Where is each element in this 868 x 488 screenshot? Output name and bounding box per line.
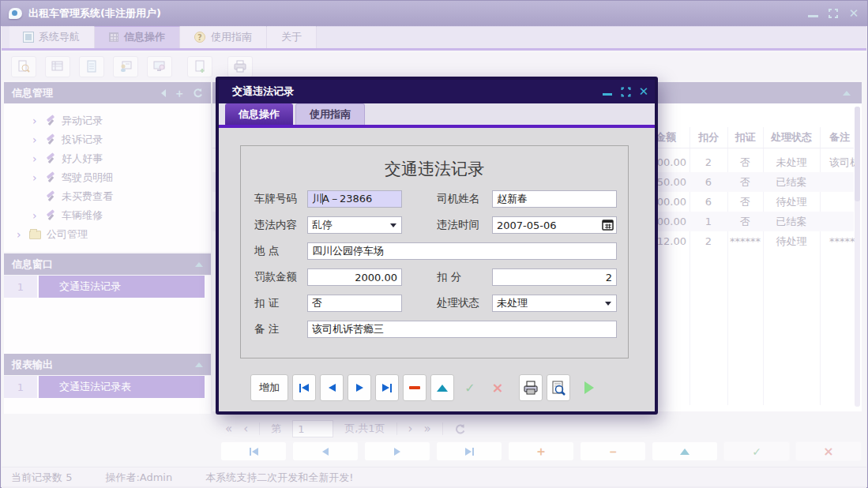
main-toolbar bbox=[2, 53, 866, 80]
license-field[interactable] bbox=[307, 295, 402, 312]
violation-select[interactable]: 乱停 bbox=[307, 216, 402, 234]
points-field[interactable] bbox=[492, 268, 617, 286]
panel-header-reports[interactable]: 报表输出 bbox=[4, 354, 211, 375]
help-icon: ? bbox=[194, 32, 205, 43]
first-record-button[interactable] bbox=[220, 441, 287, 461]
prev-record-button[interactable] bbox=[320, 374, 344, 401]
tab-info-ops[interactable]: 信息操作 bbox=[95, 26, 180, 48]
status-select[interactable]: 未处理 bbox=[492, 295, 617, 312]
info-window-item[interactable]: 1 交通违法记录 bbox=[4, 276, 211, 298]
next-record-button[interactable] bbox=[348, 374, 371, 401]
tree-item-vehicle-repair[interactable]: › 车辆维修 bbox=[4, 206, 211, 225]
tree-item-complaints[interactable]: › 投诉记录 bbox=[4, 130, 211, 149]
driver-field[interactable] bbox=[492, 190, 617, 208]
printer-button[interactable] bbox=[227, 56, 253, 77]
dialog-tab-guide[interactable]: 使用指南 bbox=[295, 103, 365, 125]
last-record-button[interactable] bbox=[375, 374, 399, 401]
report-item[interactable]: 1 交通违法记录表 bbox=[4, 376, 211, 398]
collapse-left-icon[interactable] bbox=[161, 89, 166, 97]
expand-icon[interactable]: › bbox=[32, 115, 39, 126]
tree-item-company-mgmt[interactable]: › 公司管理 bbox=[4, 225, 211, 244]
table-button[interactable] bbox=[45, 56, 70, 77]
expand-icon[interactable]: › bbox=[32, 172, 39, 183]
monitor-icon bbox=[152, 59, 167, 73]
location-field[interactable] bbox=[307, 242, 617, 260]
next-page-icon[interactable]: › bbox=[408, 422, 413, 436]
dialog-maximize-icon[interactable] bbox=[620, 86, 631, 97]
refresh-icon[interactable] bbox=[454, 423, 466, 435]
tool-icon bbox=[45, 134, 56, 145]
document-button[interactable] bbox=[79, 56, 104, 77]
next-record-button[interactable] bbox=[364, 441, 430, 461]
add-record-button[interactable]: ＋ bbox=[508, 441, 574, 461]
minimize-icon[interactable] bbox=[808, 10, 818, 17]
system-nav-icon bbox=[24, 32, 33, 42]
confirm-button[interactable]: ✓ bbox=[723, 441, 790, 461]
confirm-button[interactable]: ✓ bbox=[458, 374, 482, 401]
plate-field[interactable] bbox=[307, 190, 402, 208]
page-input[interactable] bbox=[292, 420, 333, 437]
dialog-tab-info-ops[interactable]: 信息操作 bbox=[225, 103, 293, 125]
cancel-button[interactable]: × bbox=[486, 374, 509, 401]
tree-item-good-deeds[interactable]: › 好人好事 bbox=[4, 149, 211, 168]
chevron-down-icon[interactable] bbox=[602, 297, 614, 310]
tab-about[interactable]: 关于 bbox=[267, 26, 317, 48]
person-report-button[interactable] bbox=[113, 56, 138, 77]
plate-label: 车牌号码 bbox=[254, 192, 307, 206]
time-field[interactable] bbox=[492, 216, 617, 234]
edit-record-button[interactable] bbox=[652, 441, 718, 461]
restore-icon[interactable] bbox=[828, 8, 839, 19]
tab-system-nav[interactable]: 系统导航 bbox=[9, 26, 95, 48]
dialog-close-icon[interactable]: ✕ bbox=[638, 86, 649, 97]
panel-header-info-mgmt[interactable]: 信息管理 ＋ bbox=[4, 82, 211, 103]
text-caret bbox=[322, 193, 323, 205]
preview-button[interactable] bbox=[11, 56, 36, 77]
fine-field[interactable] bbox=[307, 268, 402, 286]
tree-item-change-records[interactable]: › 异动记录 bbox=[4, 111, 211, 130]
col-remark: 备注 bbox=[820, 127, 858, 148]
record-count: 当前记录数 5 bbox=[11, 471, 72, 485]
collapse-up-icon[interactable] bbox=[843, 91, 851, 96]
expand-icon[interactable]: › bbox=[32, 153, 39, 164]
refresh-icon[interactable] bbox=[193, 88, 203, 98]
prev-page-icon[interactable]: ‹ bbox=[243, 422, 248, 436]
window-title: 出租车管理系统(非注册用户) bbox=[28, 6, 161, 21]
fine-label: 罚款金额 bbox=[254, 270, 307, 284]
expand-icon[interactable]: › bbox=[32, 210, 39, 221]
last-record-button[interactable] bbox=[436, 441, 502, 461]
grid-scrollbar[interactable] bbox=[855, 107, 860, 407]
col-points: 扣分 bbox=[690, 127, 727, 148]
add-icon[interactable]: ＋ bbox=[174, 88, 185, 99]
tree-item-unpaid-fees[interactable]: › 未买费查看 bbox=[4, 187, 211, 206]
status-label: 处理状态 bbox=[437, 296, 492, 310]
document-add-button[interactable] bbox=[187, 56, 212, 77]
last-page-icon[interactable]: » bbox=[424, 422, 431, 436]
add-button[interactable]: 增加 bbox=[250, 374, 288, 401]
first-record-button[interactable] bbox=[292, 374, 316, 401]
expand-icon[interactable]: › bbox=[17, 229, 24, 240]
remark-field[interactable] bbox=[307, 321, 617, 338]
collapse-up-icon[interactable] bbox=[195, 362, 203, 367]
status-bar: 当前记录数 5 操作者:Admin 本系统支持二次开发和全新开发! bbox=[2, 467, 866, 488]
cancel-button[interactable]: × bbox=[795, 441, 862, 461]
print-preview-button[interactable] bbox=[547, 374, 570, 401]
delete-record-button[interactable]: － bbox=[580, 441, 646, 461]
run-button[interactable] bbox=[577, 374, 601, 401]
dialog-minimize-icon[interactable] bbox=[602, 86, 613, 97]
dialog-tabbar: 信息操作 使用指南 bbox=[219, 103, 655, 128]
tab-guide[interactable]: ? 使用指南 bbox=[180, 26, 267, 48]
expand-icon[interactable]: › bbox=[32, 134, 39, 145]
edit-record-button[interactable] bbox=[430, 374, 454, 401]
status-message: 本系统支持二次开发和全新开发! bbox=[205, 471, 353, 485]
calendar-icon[interactable] bbox=[602, 219, 614, 231]
monitor-button[interactable] bbox=[147, 56, 172, 77]
first-page-icon[interactable]: « bbox=[225, 422, 232, 436]
tree-item-driver-detail[interactable]: › 驾驶员明细 bbox=[4, 168, 211, 187]
close-icon[interactable]: ✕ bbox=[848, 8, 859, 19]
chevron-down-icon[interactable] bbox=[387, 219, 400, 231]
print-button[interactable] bbox=[519, 374, 543, 401]
panel-header-info-window[interactable]: 信息窗口 bbox=[4, 253, 211, 275]
collapse-up-icon[interactable] bbox=[195, 262, 203, 267]
delete-record-button[interactable] bbox=[403, 374, 426, 401]
prev-record-button[interactable] bbox=[292, 441, 359, 461]
